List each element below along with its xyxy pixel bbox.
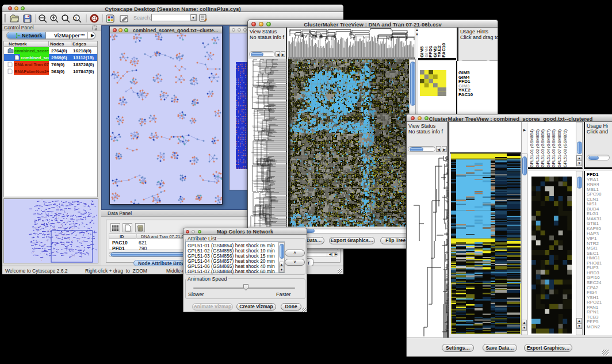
svg-text:1:1: 1:1	[72, 17, 76, 20]
